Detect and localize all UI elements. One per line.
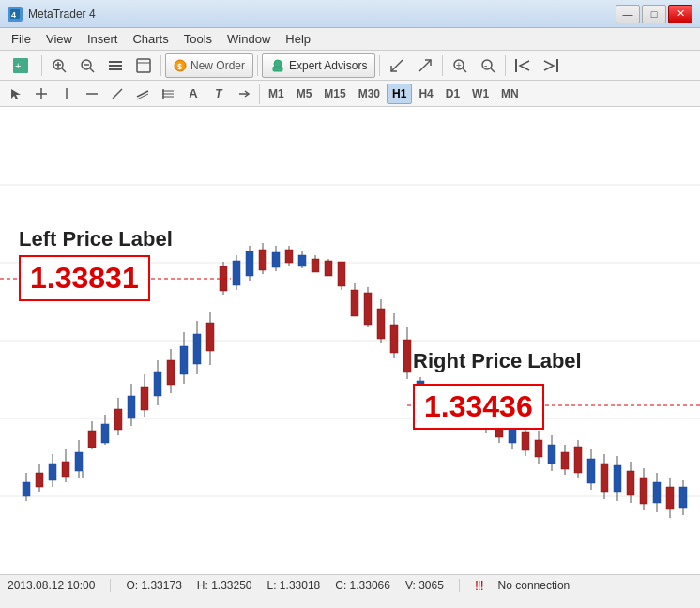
menu-tools[interactable]: Tools xyxy=(176,30,220,48)
left-price-box: 1.33831 xyxy=(19,255,150,301)
no-connection-label: No connection xyxy=(498,579,571,592)
svg-text:+: + xyxy=(15,60,21,71)
svg-rect-19 xyxy=(273,67,282,71)
right-price-label-text: Right Price Label xyxy=(413,349,582,373)
svg-rect-93 xyxy=(298,255,306,266)
menu-insert[interactable]: Insert xyxy=(80,30,126,48)
svg-rect-133 xyxy=(561,452,569,469)
zoom-out-btn[interactable] xyxy=(74,53,100,78)
status-datetime: 2013.08.12 10:00 xyxy=(8,579,95,592)
arrow-tool[interactable] xyxy=(232,84,256,104)
svg-rect-151 xyxy=(679,487,687,508)
tf-h1[interactable]: H1 xyxy=(387,84,412,104)
maximize-button[interactable]: □ xyxy=(642,5,666,23)
svg-rect-137 xyxy=(587,459,595,483)
svg-rect-12 xyxy=(109,65,122,67)
svg-rect-69 xyxy=(141,387,148,410)
crosshair-tool[interactable] xyxy=(29,84,53,104)
trend-line-tool[interactable] xyxy=(105,84,129,104)
label-tool[interactable]: T xyxy=(206,84,231,104)
svg-line-36 xyxy=(137,91,148,97)
status-bar: 2013.08.12 10:00 O: 1.33173 H: 1.33250 L… xyxy=(0,574,700,595)
minimize-button[interactable]: — xyxy=(616,5,640,23)
svg-text:$: $ xyxy=(177,62,182,71)
svg-rect-139 xyxy=(601,464,608,492)
svg-rect-56 xyxy=(62,462,69,477)
svg-rect-61 xyxy=(88,431,96,448)
svg-rect-131 xyxy=(548,445,555,464)
svg-rect-73 xyxy=(167,360,175,385)
svg-rect-50 xyxy=(23,482,30,496)
new-order-button[interactable]: $ New Order xyxy=(165,53,253,78)
menu-file[interactable]: File xyxy=(4,30,38,48)
zoom-chart-in[interactable]: + xyxy=(447,53,473,78)
tf-h4[interactable]: H4 xyxy=(413,84,438,104)
tf-w1[interactable]: W1 xyxy=(466,84,495,104)
no-connection-icon: !!! xyxy=(475,578,483,593)
fib-tool[interactable] xyxy=(156,84,180,104)
menu-view[interactable]: View xyxy=(38,30,80,48)
svg-rect-79 xyxy=(206,323,214,351)
close-button[interactable]: ✕ xyxy=(668,5,692,23)
scroll-right-btn[interactable] xyxy=(538,53,564,78)
toolbar1: + $ New Order Expert Advisors + - xyxy=(0,51,700,81)
horizontal-line-tool[interactable] xyxy=(80,84,104,104)
right-price-box: 1.33436 xyxy=(413,384,544,430)
svg-marker-30 xyxy=(11,89,21,99)
tf-m15[interactable]: M15 xyxy=(318,84,351,104)
vertical-line-tool[interactable] xyxy=(54,84,79,104)
menu-charts[interactable]: Charts xyxy=(125,30,175,48)
template-btn[interactable] xyxy=(130,53,157,78)
new-chart-btn[interactable]: + xyxy=(4,53,38,78)
svg-line-21 xyxy=(419,60,431,71)
svg-rect-63 xyxy=(101,424,109,443)
svg-rect-58 xyxy=(75,452,83,471)
left-price-label-text: Left Price Label xyxy=(19,227,173,251)
menu-bar: File View Insert Charts Tools Window Hel… xyxy=(0,28,700,51)
zoom-chart-out[interactable]: - xyxy=(475,53,501,78)
svg-text:-: - xyxy=(484,60,487,70)
expert-advisors-label: Expert Advisors xyxy=(289,59,367,72)
svg-rect-91 xyxy=(285,250,293,263)
status-open: O: 1.33173 xyxy=(126,579,181,592)
scroll-left-btn[interactable] xyxy=(510,53,536,78)
svg-line-27 xyxy=(491,68,495,72)
svg-rect-141 xyxy=(614,465,621,492)
chart-area[interactable]: Left Price Label 1.33831 Right Price Lab… xyxy=(0,107,700,574)
tf-d1[interactable]: D1 xyxy=(440,84,465,104)
status-volume: V: 3065 xyxy=(405,579,444,592)
status-low: L: 1.33018 xyxy=(267,579,321,592)
zoom-in-btn[interactable] xyxy=(46,53,72,78)
history-btn[interactable] xyxy=(384,53,410,78)
tf-mn[interactable]: MN xyxy=(495,84,525,104)
tf-m30[interactable]: M30 xyxy=(353,84,386,104)
menu-help[interactable]: Help xyxy=(278,30,318,48)
status-high: H: 1.33250 xyxy=(197,579,252,592)
svg-rect-97 xyxy=(325,261,332,276)
tf-m1[interactable]: M1 xyxy=(263,84,290,104)
account-btn[interactable] xyxy=(412,53,438,78)
svg-rect-87 xyxy=(259,250,266,270)
svg-rect-85 xyxy=(246,251,253,276)
equidistant-channel-tool[interactable] xyxy=(130,84,155,104)
window-controls: — □ ✕ xyxy=(616,5,692,23)
cursor-tool[interactable] xyxy=(4,84,28,104)
svg-rect-83 xyxy=(233,261,240,285)
text-tool[interactable]: A xyxy=(181,84,205,104)
svg-line-37 xyxy=(137,94,148,99)
svg-rect-14 xyxy=(137,59,150,72)
svg-line-9 xyxy=(90,68,94,72)
status-close: C: 1.33066 xyxy=(335,579,390,592)
menu-window[interactable]: Window xyxy=(220,30,278,48)
svg-text:4: 4 xyxy=(11,10,16,20)
title-bar: 4 MetaTrader 4 — □ ✕ xyxy=(0,0,700,28)
expert-advisors-button[interactable]: Expert Advisors xyxy=(262,53,375,78)
svg-rect-145 xyxy=(640,478,647,504)
svg-rect-127 xyxy=(522,432,529,450)
tf-m5[interactable]: M5 xyxy=(291,84,318,104)
svg-rect-89 xyxy=(272,252,280,267)
properties-btn[interactable] xyxy=(102,53,129,78)
svg-rect-75 xyxy=(180,346,188,374)
svg-rect-95 xyxy=(312,259,319,272)
chart-svg xyxy=(0,107,700,574)
